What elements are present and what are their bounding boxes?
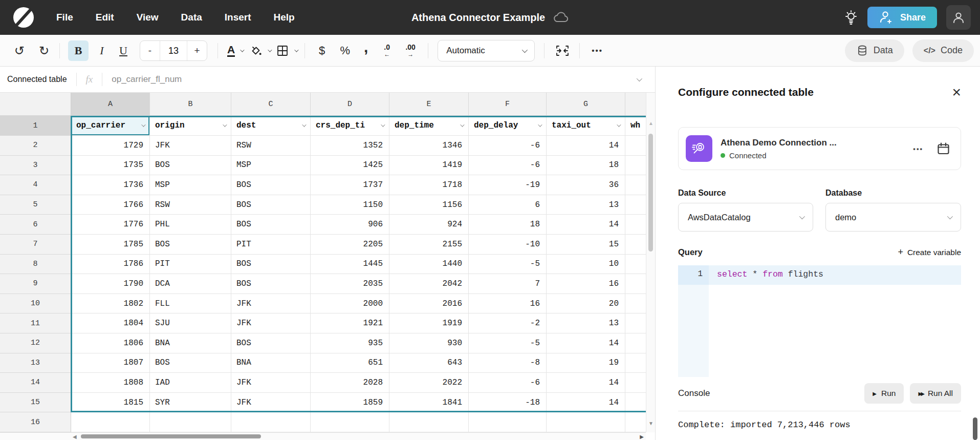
- grid-cell[interactable]: -10: [469, 235, 547, 255]
- filter-chevron-icon[interactable]: [381, 122, 385, 127]
- grid-cell[interactable]: 16: [469, 294, 547, 314]
- filter-chevron-icon[interactable]: [538, 122, 542, 127]
- menu-view[interactable]: View: [137, 12, 159, 23]
- column-header-G[interactable]: G: [547, 93, 625, 116]
- grid-cell[interactable]: [625, 175, 646, 195]
- grid-cell[interactable]: BOS: [231, 255, 311, 275]
- row-number-8[interactable]: 8: [0, 255, 71, 275]
- grid-cell[interactable]: [625, 195, 646, 215]
- grid-cell[interactable]: BNA: [150, 333, 231, 353]
- grid-cell[interactable]: SYR: [150, 393, 231, 413]
- grid-cell[interactable]: [625, 215, 646, 235]
- row-number-5[interactable]: 5: [0, 195, 71, 215]
- spreadsheet-grid[interactable]: ABCDEFG1op_carrierorigindestcrs_dep_tide…: [0, 93, 646, 440]
- grid-cell[interactable]: 1859: [311, 393, 389, 413]
- formula-bar-collapse-chevron-icon[interactable]: [637, 76, 642, 81]
- grid-cell[interactable]: 14: [547, 136, 625, 156]
- grid-cell[interactable]: -6: [469, 373, 547, 393]
- grid-cell[interactable]: 1425: [311, 156, 389, 176]
- grid-cell[interactable]: [547, 412, 625, 432]
- grid-cell[interactable]: 1440: [389, 255, 469, 275]
- row-number-3[interactable]: 3: [0, 156, 71, 176]
- italic-button[interactable]: I: [94, 40, 110, 61]
- grid-cell[interactable]: BOS: [231, 333, 311, 353]
- grid-cell[interactable]: 14: [547, 393, 625, 413]
- grid-cell[interactable]: 1346: [389, 136, 469, 156]
- calendar-icon[interactable]: [937, 142, 950, 156]
- row-number-12[interactable]: 12: [0, 333, 71, 353]
- grid-cell[interactable]: 651: [311, 353, 389, 373]
- grid-cell[interactable]: 18: [547, 156, 625, 176]
- grid-cell[interactable]: 14: [547, 373, 625, 393]
- grid-cell[interactable]: [625, 313, 646, 333]
- grid-cell[interactable]: BOS: [150, 156, 231, 176]
- column-filter-cell-dest[interactable]: dest: [231, 116, 311, 136]
- grid-cell[interactable]: MSP: [231, 156, 311, 176]
- document-title[interactable]: Athena Connector Example: [411, 12, 545, 24]
- grid-cell[interactable]: [625, 255, 646, 275]
- column-filter-cell-origin[interactable]: origin: [150, 116, 231, 136]
- row-number-16[interactable]: 16: [0, 412, 71, 432]
- row-number-1[interactable]: 1: [0, 116, 71, 136]
- menu-edit[interactable]: Edit: [96, 12, 114, 23]
- grid-cell[interactable]: BNA: [231, 353, 311, 373]
- create-variable-button[interactable]: + Create variable: [898, 247, 961, 258]
- increase-decimals-button[interactable]: .00 →: [400, 40, 421, 61]
- grid-cell[interactable]: 1804: [71, 313, 150, 333]
- scroll-left-icon[interactable]: ◀: [73, 434, 77, 439]
- grid-cell[interactable]: 19: [547, 353, 625, 373]
- grid-cell[interactable]: 1718: [389, 175, 469, 195]
- decrease-decimals-button[interactable]: .0 ←: [378, 40, 396, 61]
- grid-cell[interactable]: 1808: [71, 373, 150, 393]
- query-code-line[interactable]: select * from flights: [717, 269, 823, 279]
- grid-cell[interactable]: JFK: [231, 294, 311, 314]
- column-filter-cell-wh[interactable]: wh: [625, 116, 646, 136]
- column-header-F[interactable]: F: [469, 93, 547, 116]
- grid-cell[interactable]: JFK: [231, 393, 311, 413]
- query-code-editor[interactable]: 1 select * from flights: [678, 265, 961, 377]
- grid-cell[interactable]: 16: [547, 274, 625, 294]
- redo-button[interactable]: ↻: [36, 40, 52, 61]
- grid-cell[interactable]: 1802: [71, 294, 150, 314]
- filter-chevron-icon[interactable]: [460, 122, 464, 127]
- row-number-13[interactable]: 13: [0, 353, 71, 373]
- grid-cell[interactable]: [625, 333, 646, 353]
- column-filter-cell-op_carrier[interactable]: op_carrier: [71, 116, 150, 136]
- grid-cell[interactable]: [625, 373, 646, 393]
- code-view-button[interactable]: </> Code: [912, 39, 974, 62]
- grid-cell[interactable]: JFK: [231, 373, 311, 393]
- grid-cell[interactable]: -18: [469, 393, 547, 413]
- grid-cell[interactable]: 2022: [389, 373, 469, 393]
- column-header-D[interactable]: D: [311, 93, 389, 116]
- grid-cell[interactable]: RSW: [231, 136, 311, 156]
- fill-color-button[interactable]: [249, 40, 271, 61]
- tips-bulb-icon[interactable]: [844, 9, 858, 26]
- grid-cell[interactable]: 18: [469, 215, 547, 235]
- grid-cell[interactable]: 7: [469, 274, 547, 294]
- fit-columns-button[interactable]: [553, 40, 572, 61]
- more-tools-button[interactable]: •••: [588, 40, 606, 61]
- run-button[interactable]: ▶ Run: [864, 383, 904, 404]
- grid-cell[interactable]: -6: [469, 136, 547, 156]
- grid-cell[interactable]: -5: [469, 255, 547, 275]
- filter-chevron-icon[interactable]: [617, 122, 621, 127]
- grid-cell[interactable]: 13: [547, 195, 625, 215]
- grid-cell[interactable]: 20: [547, 294, 625, 314]
- chevron-down-icon[interactable]: [240, 48, 244, 52]
- run-all-button[interactable]: ▶▶ Run All: [910, 383, 961, 404]
- filter-chevron-icon[interactable]: [302, 122, 306, 127]
- grid-cell[interactable]: [625, 412, 646, 432]
- grid-cell[interactable]: 643: [389, 353, 469, 373]
- font-size-value[interactable]: 13: [160, 41, 187, 60]
- column-header-E[interactable]: E: [389, 93, 469, 116]
- grid-cell[interactable]: 1352: [311, 136, 389, 156]
- grid-cell[interactable]: 1921: [311, 313, 389, 333]
- grid-cell[interactable]: 935: [311, 333, 389, 353]
- connection-more-button[interactable]: •••: [913, 145, 923, 153]
- grid-cell[interactable]: 1766: [71, 195, 150, 215]
- filter-chevron-icon[interactable]: [223, 122, 227, 127]
- grid-cell[interactable]: 1736: [71, 175, 150, 195]
- column-filter-cell-taxi_out[interactable]: taxi_out: [547, 116, 625, 136]
- grid-horizontal-scrollbar[interactable]: ◀ ▶: [0, 432, 646, 440]
- grid-cell[interactable]: 1729: [71, 136, 150, 156]
